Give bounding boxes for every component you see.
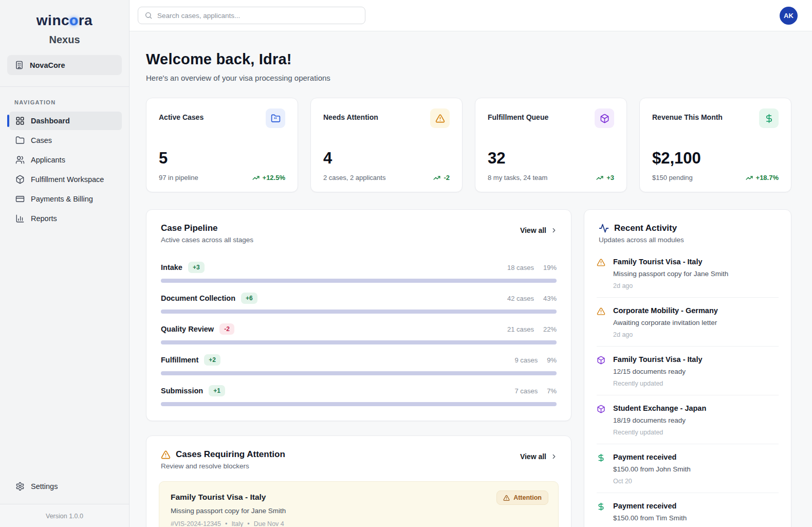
activity-item[interactable]: Family Tourist Visa - Italy Missing pass… bbox=[597, 249, 779, 298]
org-selector-novacore[interactable]: NovaCore bbox=[7, 55, 122, 75]
stat-trend: -2 bbox=[433, 174, 450, 181]
panel-subtitle: Review and resolve blockers bbox=[161, 462, 285, 470]
attention-case-card[interactable]: Family Tourist Visa - Italy Missing pass… bbox=[159, 481, 559, 527]
brand-logo: wincora bbox=[0, 0, 129, 29]
stat-label: Revenue This Month bbox=[652, 113, 723, 121]
sidebar-item-applicants[interactable]: Applicants bbox=[9, 151, 122, 169]
sidebar-item-cases[interactable]: Cases bbox=[9, 131, 122, 150]
recent-activity-panel: Recent Activity Updates across all modul… bbox=[584, 209, 791, 527]
attention-case-title: Family Tourist Visa - Italy bbox=[171, 493, 547, 502]
activity-description: $150.00 from John Smith bbox=[613, 465, 691, 473]
stage-name: Document Collection bbox=[161, 294, 235, 302]
stage-cases: 21 cases bbox=[507, 325, 534, 333]
warning-icon bbox=[597, 258, 606, 289]
search-box[interactable] bbox=[138, 7, 365, 24]
stat-trend: +18.7% bbox=[746, 174, 779, 181]
stat-trend: +3 bbox=[596, 174, 614, 181]
activity-title: Family Tourist Visa - Italy bbox=[613, 258, 728, 266]
activity-item[interactable]: Corporate Mobility - Germany Awaiting co… bbox=[597, 298, 779, 347]
sidebar-item-fulfillment-workspace[interactable]: Fulfillment Workspace bbox=[9, 170, 122, 189]
dot-separator: • bbox=[225, 520, 227, 527]
stat-subtext: 2 cases, 2 applicants bbox=[323, 174, 385, 181]
activity-title: Payment received bbox=[613, 453, 691, 461]
brand-logo-text: winc bbox=[36, 12, 69, 28]
dollar-icon bbox=[597, 453, 606, 485]
stage-name: Fulfillment bbox=[161, 356, 198, 364]
trending-up-icon bbox=[433, 174, 440, 181]
activity-item[interactable]: Student Exchange - Japan 18/19 documents… bbox=[597, 395, 779, 444]
activity-timestamp: 2d ago bbox=[613, 282, 728, 289]
panel-subtitle: Updates across all modules bbox=[599, 236, 684, 244]
stat-label: Active Cases bbox=[159, 113, 204, 121]
activity-title: Family Tourist Visa - Italy bbox=[613, 355, 703, 364]
nav-section-label: NAVIGATION bbox=[14, 99, 129, 105]
case-pipeline-panel: Case Pipeline Active cases across all st… bbox=[146, 209, 571, 421]
stat-value: 5 bbox=[159, 149, 285, 168]
stat-value: $2,100 bbox=[652, 149, 779, 168]
main-area: AK Welcome back, Idra! Here's an overvie… bbox=[130, 0, 812, 527]
sidebar-nav: Dashboard Cases Applicants bbox=[0, 111, 129, 229]
sidebar-item-label: Cases bbox=[31, 136, 52, 144]
app-version: Version 1.0.0 bbox=[0, 504, 129, 527]
stat-card-active-cases[interactable]: Active Cases 5 97 in pipeline bbox=[146, 98, 298, 192]
page-subtitle: Here's an overview of your visa processi… bbox=[146, 74, 791, 82]
trending-up-icon bbox=[252, 174, 260, 181]
credit-card-icon bbox=[15, 194, 25, 204]
activity-item[interactable]: Family Tourist Visa - Italy 12/15 docume… bbox=[597, 347, 779, 395]
stage-cases: 18 cases bbox=[507, 264, 534, 271]
stage-percent: 9% bbox=[547, 356, 557, 364]
stage-progress-bar bbox=[161, 279, 557, 283]
activity-item[interactable]: Payment received $150.00 from John Smith… bbox=[597, 444, 779, 493]
stage-cases: 9 cases bbox=[514, 356, 538, 364]
warning-icon bbox=[430, 108, 450, 128]
activity-title: Payment received bbox=[613, 502, 687, 510]
sidebar-item-label: Dashboard bbox=[31, 117, 70, 125]
package-icon bbox=[597, 356, 606, 387]
stat-subtext: 97 in pipeline bbox=[159, 174, 198, 181]
sidebar-item-payments-billing[interactable]: Payments & Billing bbox=[9, 190, 122, 208]
activity-timestamp: Recently updated bbox=[613, 429, 706, 436]
activity-item[interactable]: Payment received $150.00 from Tim Smith … bbox=[597, 493, 779, 527]
sidebar-item-label: Payments & Billing bbox=[31, 195, 93, 203]
activity-timestamp: Oct 20 bbox=[613, 478, 691, 485]
package-icon bbox=[15, 175, 25, 184]
bar-chart-icon bbox=[15, 214, 25, 223]
activity-description: 12/15 documents ready bbox=[613, 368, 703, 375]
stat-card-fulfillment-queue[interactable]: Fulfillment Queue 32 8 my tasks, 24 team bbox=[475, 98, 627, 192]
stage-delta-badge: +6 bbox=[241, 293, 257, 304]
topbar: AK bbox=[130, 0, 812, 31]
trending-up-icon bbox=[596, 174, 603, 181]
stage-delta-badge: +2 bbox=[204, 354, 220, 366]
avatar[interactable]: AK bbox=[780, 7, 798, 25]
pipeline-view-all-button[interactable]: View all bbox=[520, 226, 558, 234]
product-name: Nexus bbox=[0, 34, 129, 46]
gear-icon bbox=[15, 482, 25, 491]
stage-delta-badge: -2 bbox=[219, 323, 234, 335]
pipeline-stage-quality-review: Quality Review -2 21 cases 22% bbox=[161, 323, 557, 344]
dashboard-content: Welcome back, Idra! Here's an overview o… bbox=[130, 31, 812, 527]
warning-icon bbox=[597, 307, 606, 338]
sidebar-item-settings[interactable]: Settings bbox=[9, 477, 122, 496]
cases-requiring-attention-panel: Cases Requiring Attention Review and res… bbox=[146, 435, 571, 527]
attention-status-badge: Attention bbox=[496, 490, 548, 505]
stat-card-needs-attention[interactable]: Needs Attention 4 2 cases, 2 applicants bbox=[310, 98, 463, 192]
activity-icon bbox=[599, 223, 609, 233]
stat-value: 32 bbox=[488, 149, 614, 168]
stage-progress-bar bbox=[161, 310, 557, 314]
pipeline-stage-fulfillment: Fulfillment +2 9 cases 9% bbox=[161, 354, 557, 375]
sidebar-item-label: Applicants bbox=[31, 156, 65, 164]
folder-icon bbox=[15, 136, 25, 145]
activity-description: 18/19 documents ready bbox=[613, 416, 706, 424]
panel-title: Cases Requiring Attention bbox=[176, 449, 285, 460]
stat-subtext: 8 my tasks, 24 team bbox=[488, 174, 547, 181]
activity-title: Corporate Mobility - Germany bbox=[613, 306, 718, 315]
chevron-right-icon bbox=[550, 227, 558, 234]
search-input[interactable] bbox=[157, 12, 359, 20]
attention-view-all-button[interactable]: View all bbox=[520, 452, 558, 461]
sidebar-item-label: Fulfillment Workspace bbox=[31, 175, 104, 184]
brand-logo-text-2: ra bbox=[79, 12, 93, 28]
sidebar-item-reports[interactable]: Reports bbox=[9, 209, 122, 228]
stat-card-revenue[interactable]: Revenue This Month $2,100 $150 pending bbox=[639, 98, 791, 192]
stage-delta-badge: +1 bbox=[209, 385, 225, 396]
sidebar-item-dashboard[interactable]: Dashboard bbox=[9, 112, 122, 130]
